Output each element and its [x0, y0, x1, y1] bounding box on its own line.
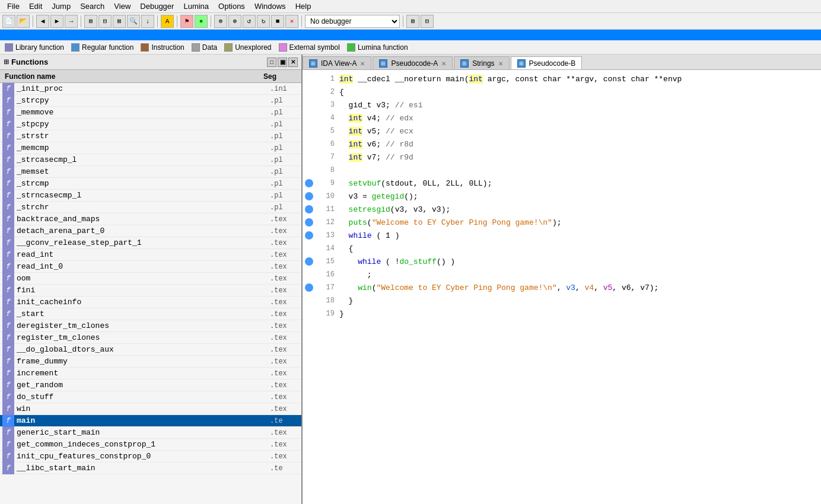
new-file-button[interactable]: 📄: [2, 15, 15, 28]
highlight-button[interactable]: A: [161, 15, 174, 28]
back-button[interactable]: ◀: [36, 15, 49, 28]
tab-Pseudocode-A[interactable]: ⊞Pseudocode-A✕: [373, 56, 453, 69]
menu-options[interactable]: Options: [214, 1, 250, 12]
panel-restore-button[interactable]: □: [267, 58, 276, 67]
code-line-7[interactable]: 7 int v7; // r9d: [303, 151, 821, 164]
process-button[interactable]: ⊟: [421, 15, 434, 28]
modules-button[interactable]: ⊞: [406, 15, 419, 28]
function-icon: f: [2, 107, 14, 119]
code-line-19[interactable]: 19}: [303, 307, 821, 320]
function-row-register_tm_clones[interactable]: fregister_tm_clones.tex: [0, 332, 301, 344]
run-to[interactable]: ↻: [257, 15, 270, 28]
function-row-generic_start_main[interactable]: fgeneric_start_main.tex: [0, 427, 301, 439]
function-row-win[interactable]: fwin.tex: [0, 403, 301, 415]
function-row-increment[interactable]: fincrement.tex: [0, 368, 301, 379]
function-row-init_cpu_features_constprop_0[interactable]: finit_cpu_features_constprop_0.tex: [0, 451, 301, 462]
code-line-15[interactable]: 15 while ( !do_stuff() ): [303, 255, 821, 268]
function-row-__libc_start_main[interactable]: f__libc_start_main.te: [0, 462, 301, 474]
code-line-12[interactable]: 12 puts("Welcome to EY Cyber Ping Pong g…: [303, 216, 821, 229]
function-row-_strstr[interactable]: f_strstr.pl: [0, 130, 301, 142]
menu-lumina[interactable]: Lumina: [179, 1, 214, 12]
function-row-_memcmp[interactable]: f_memcmp.pl: [0, 142, 301, 154]
function-row-_strncasecmp_l[interactable]: f_strncasecmp_l.pl: [0, 190, 301, 202]
tab-close-button[interactable]: ✕: [360, 60, 365, 67]
function-row-detach_arena_part_0[interactable]: fdetach_arena_part_0.tex: [0, 225, 301, 237]
tab-Strings[interactable]: ⊞Strings✕: [454, 56, 509, 69]
menu-debugger[interactable]: Debugger: [135, 1, 179, 12]
code-line-17[interactable]: 17 win("Welcome to EY Cyber Ping Pong ga…: [303, 281, 821, 294]
code-line-14[interactable]: 14 {: [303, 242, 821, 255]
code-line-1[interactable]: 1int __cdecl __noreturn main(int argc, c…: [303, 72, 821, 85]
function-row-fini[interactable]: ffini.tex: [0, 285, 301, 296]
panel-float-button[interactable]: ▣: [278, 58, 287, 67]
code-line-6[interactable]: 6 int v6; // r8d: [303, 138, 821, 151]
code-line-3[interactable]: 3 gid_t v3; // esi: [303, 98, 821, 111]
code-line-4[interactable]: 4 int v4; // edx: [303, 111, 821, 125]
function-row-backtrace_and_maps[interactable]: fbacktrace_and_maps.tex: [0, 213, 301, 225]
menu-file[interactable]: File: [2, 1, 24, 12]
run-button[interactable]: ●: [195, 15, 208, 28]
menu-windows[interactable]: Windows: [250, 1, 291, 12]
function-row-main[interactable]: fmain.te: [0, 415, 301, 427]
function-row-__do_global_dtors_aux[interactable]: f__do_global_dtors_aux.tex: [0, 344, 301, 356]
function-row-_strchr[interactable]: f_strchr.pl: [0, 202, 301, 213]
function-row-_strcasecmp_l[interactable]: f_strcasecmp_l.pl: [0, 154, 301, 166]
names-button[interactable]: ⊠: [113, 15, 126, 28]
next-code-button[interactable]: ↓: [141, 15, 154, 28]
function-row-_strcpy[interactable]: f_strcpy.pl: [0, 95, 301, 107]
function-row-_start[interactable]: f_start.tex: [0, 308, 301, 320]
menu-edit[interactable]: Edit: [24, 1, 47, 12]
menu-search[interactable]: Search: [75, 1, 109, 12]
step-out[interactable]: ↺: [243, 15, 256, 28]
debugger-select[interactable]: No debugger: [305, 15, 400, 28]
functions-list[interactable]: f_init_proc.inif_strcpy.plf_memmove.plf_…: [0, 83, 301, 504]
code-line-10[interactable]: 10 v3 = getegid();: [303, 190, 821, 203]
refs-button[interactable]: ⊞: [84, 15, 97, 28]
function-row-read_int[interactable]: fread_int.tex: [0, 249, 301, 261]
nav-button[interactable]: →: [65, 15, 78, 28]
terminate-button[interactable]: ✕: [285, 15, 298, 28]
step-into[interactable]: ⊗: [228, 15, 241, 28]
tab-close-button[interactable]: ✕: [441, 60, 446, 67]
code-line-16[interactable]: 16 ;: [303, 268, 821, 281]
stop-button[interactable]: ■: [271, 15, 284, 28]
function-row-get_random[interactable]: fget_random.tex: [0, 379, 301, 391]
function-name: init_cacheinfo: [17, 298, 269, 307]
function-row-oom[interactable]: foom.tex: [0, 273, 301, 285]
function-row-deregister_tm_clones[interactable]: fderegister_tm_clones.tex: [0, 320, 301, 332]
code-line-11[interactable]: 11 setresgid(v3, v3, v3);: [303, 203, 821, 216]
function-row-frame_dummy[interactable]: fframe_dummy.tex: [0, 356, 301, 368]
function-row-_stpcpy[interactable]: f_stpcpy.pl: [0, 119, 301, 130]
code-line-8[interactable]: 8: [303, 164, 821, 177]
function-row-_strcmp[interactable]: f_strcmp.pl: [0, 178, 301, 190]
open-file-button[interactable]: 📂: [17, 15, 30, 28]
step-over[interactable]: ⊕: [214, 15, 227, 28]
forward-button[interactable]: ▶: [50, 15, 63, 28]
code-line-5[interactable]: 5 int v5; // ecx: [303, 125, 821, 138]
patch-button[interactable]: ⚑: [180, 15, 193, 28]
code-line-18[interactable]: 18 }: [303, 294, 821, 307]
function-row-_memmove[interactable]: f_memmove.pl: [0, 107, 301, 119]
code-view[interactable]: 1int __cdecl __noreturn main(int argc, c…: [303, 70, 821, 504]
function-row-_memset[interactable]: f_memset.pl: [0, 166, 301, 178]
function-row-do_stuff[interactable]: fdo_stuff.tex: [0, 391, 301, 403]
function-row-_init_proc[interactable]: f_init_proc.ini: [0, 83, 301, 95]
tab-IDA-View-A[interactable]: ⊞IDA View-A✕: [303, 56, 371, 69]
function-row-get_common_indeces_constprop_1[interactable]: fget_common_indeces_constprop_1.tex: [0, 439, 301, 451]
menu-view[interactable]: View: [109, 1, 135, 12]
xrefs-button[interactable]: ⊟: [98, 15, 112, 28]
menu-help[interactable]: Help: [291, 1, 316, 12]
code-line-13[interactable]: 13 while ( 1 ): [303, 229, 821, 242]
search-button[interactable]: 🔍: [127, 15, 140, 28]
tab-close-button[interactable]: ✕: [498, 60, 503, 67]
function-row-read_int_0[interactable]: fread_int_0.tex: [0, 261, 301, 273]
function-row-__gconv_release_step_part_1[interactable]: f__gconv_release_step_part_1.tex: [0, 237, 301, 249]
function-row-init_cacheinfo[interactable]: finit_cacheinfo.tex: [0, 296, 301, 308]
menu-jump[interactable]: Jump: [47, 1, 75, 12]
code-line-2[interactable]: 2{: [303, 85, 821, 98]
function-name: _strcasecmp_l: [17, 155, 269, 164]
panel-close-button[interactable]: ✕: [288, 58, 298, 67]
tab-bar: ⊞IDA View-A✕⊞Pseudocode-A✕⊞Strings✕⊞Pseu…: [303, 55, 821, 70]
tab-Pseudocode-B[interactable]: ⊞Pseudocode-B: [511, 56, 583, 69]
code-line-9[interactable]: 9 setvbuf(stdout, 0LL, 2LL, 0LL);: [303, 177, 821, 190]
